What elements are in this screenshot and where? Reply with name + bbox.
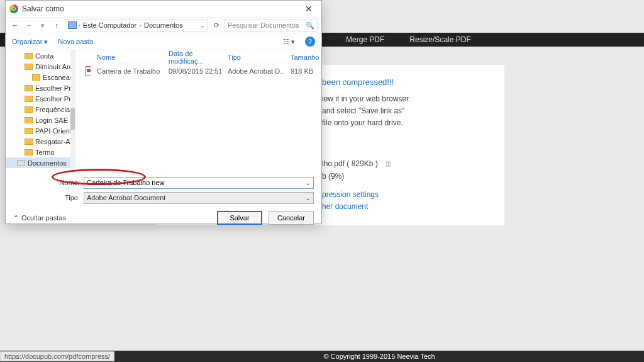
menu-resize-pdf[interactable]: Resize/Scale PDF <box>409 35 470 44</box>
file-row[interactable]: Carteira de Trabalho 09/08/2015 22:51 Ad… <box>75 64 321 78</box>
col-name[interactable]: Nome <box>91 54 162 61</box>
tree-item-label: Termo <box>35 149 55 156</box>
tree-item[interactable]: Login SAE SIC <box>6 115 75 125</box>
tree-item-label: Diminuir Arq <box>35 63 73 71</box>
tree-item[interactable]: Escolher Proj <box>6 93 75 104</box>
folder-icon <box>25 139 33 145</box>
search-icon: 🔍 <box>306 21 314 30</box>
tree-item[interactable]: Termo <box>6 147 75 157</box>
file-list-header[interactable]: Nome Data de modificaç... Tipo Tamanho <box>75 50 321 64</box>
breadcrumb-folder[interactable]: Documentos <box>143 21 184 29</box>
col-size[interactable]: Tamanho <box>284 54 316 61</box>
tree-item[interactable]: Escanear <box>6 72 75 82</box>
output-file-info: lho.pdf ( 829Kb ) <box>322 159 378 168</box>
folder-icon <box>25 128 33 134</box>
file-type: Adobe Acrobat D... <box>221 67 284 75</box>
result-title: been compressed!!! <box>322 76 489 89</box>
folder-icon <box>25 106 33 113</box>
tree-item-label: Frequência <box>35 106 70 113</box>
tree-item[interactable]: PAPI-Orienta <box>6 125 75 136</box>
folder-icon <box>25 117 33 123</box>
result-line: file onto your hard drive. <box>322 117 489 129</box>
tree-item[interactable]: Resgatar-Alte <box>6 136 75 147</box>
pdf-file-icon <box>86 66 91 76</box>
help-icon[interactable]: ? <box>305 37 315 47</box>
file-size: 918 KB <box>284 67 316 75</box>
file-list[interactable]: Nome Data de modificaç... Tipo Tamanho C… <box>75 50 321 172</box>
chevron-down-icon[interactable]: ⌄ <box>305 194 311 202</box>
folder-icon <box>25 96 33 102</box>
trash-icon[interactable]: 🗑 <box>385 159 392 168</box>
nav-up-icon[interactable]: ↑ <box>51 21 62 29</box>
chevron-right-icon: › <box>78 21 80 29</box>
tree-item-label: Escolher Proj <box>35 84 75 92</box>
tree-item[interactable]: Documentos <box>6 157 75 168</box>
folder-icon <box>32 74 40 81</box>
library-icon <box>17 160 25 166</box>
tree-item-label: Escolher Proj <box>35 95 75 103</box>
tree-scrollbar[interactable] <box>70 50 75 172</box>
result-line: and select "Save link as" <box>322 105 489 117</box>
chevron-right-icon: › <box>139 21 142 29</box>
tree-item-label: PAPI-Orienta <box>35 127 75 135</box>
computer-icon <box>68 21 77 29</box>
save-button[interactable]: Salvar <box>217 211 262 225</box>
filename-input-text[interactable] <box>87 179 311 186</box>
col-type[interactable]: Tipo <box>221 54 284 61</box>
menu-merge-pdf[interactable]: Merge PDF <box>346 35 384 44</box>
search-input[interactable]: Pesquisar Documentos 🔍 <box>225 19 318 31</box>
tree-item[interactable]: Frequência <box>6 104 75 115</box>
breadcrumb-pc[interactable]: Este Computador <box>82 21 138 29</box>
folder-tree[interactable]: ContaDiminuir ArqEscanearEscolher ProjEs… <box>6 50 75 172</box>
new-folder-button[interactable]: Nova pasta <box>58 38 93 45</box>
saving-info: b (9%) <box>322 171 489 183</box>
dialog-titlebar[interactable]: Salvar como ✕ <box>6 1 321 17</box>
save-as-dialog: Salvar como ✕ ← → ▾ ↑ › Este Computador … <box>5 0 322 224</box>
nav-recent-icon[interactable]: ▾ <box>37 21 48 30</box>
folder-icon <box>25 149 33 156</box>
hide-folders-link[interactable]: Ocultar pastas <box>21 214 66 222</box>
tree-item-label: Conta <box>35 52 53 60</box>
tree-item-label: Resgatar-Alte <box>35 138 75 145</box>
organize-button[interactable]: Organizar ▾ <box>12 38 48 46</box>
col-date[interactable]: Data de modificaç... <box>162 50 221 65</box>
copyright: © Copyright 1999-2015 Neevia Tech <box>323 353 435 360</box>
folder-icon <box>25 85 33 91</box>
status-url: https://docupub.com/pdfcompress/ <box>0 351 114 361</box>
status-bar: https://docupub.com/pdfcompress/ © Copyr… <box>0 351 644 362</box>
tree-item-label: Escanear <box>43 74 72 81</box>
nav-forward-icon[interactable]: → <box>23 21 35 29</box>
tree-item[interactable]: Conta <box>6 50 75 61</box>
file-date: 09/08/2015 22:51 <box>162 67 221 75</box>
refresh-icon[interactable]: ⟳ <box>211 21 222 30</box>
breadcrumb[interactable]: › Este Computador › Documentos ⌄ <box>65 19 208 31</box>
scrollbar-thumb[interactable] <box>70 108 75 130</box>
dialog-toolbar: Organizar ▾ Nova pasta ☷ ▾ ? <box>6 33 321 50</box>
chevron-down-icon[interactable]: ⌄ <box>199 21 205 30</box>
search-placeholder: Pesquisar Documentos <box>228 21 306 29</box>
result-line: iew it in your web browser <box>322 93 489 105</box>
file-name: Carteira de Trabalho <box>91 67 162 75</box>
folder-icon <box>25 64 33 70</box>
caret-up-icon[interactable]: ⌃ <box>13 214 19 222</box>
filetype-combo[interactable]: Adobe Acrobat Document ⌄ <box>84 192 314 204</box>
filetype-value: Adobe Acrobat Document <box>87 194 165 201</box>
filename-input[interactable]: ⌄ <box>84 177 314 189</box>
chrome-icon <box>9 4 18 13</box>
link-another-document[interactable]: her document <box>322 201 489 213</box>
tree-item[interactable]: Diminuir Arq <box>6 61 75 72</box>
nav-back-icon[interactable]: ← <box>9 21 21 29</box>
tree-item[interactable]: Escolher Proj <box>6 82 75 93</box>
filename-label: Nome: <box>13 179 84 186</box>
dialog-title: Salvar como <box>22 4 300 13</box>
chevron-down-icon[interactable]: ⌄ <box>305 179 311 187</box>
tree-item-label: Login SAE SIC <box>35 116 75 124</box>
close-button[interactable]: ✕ <box>300 3 318 15</box>
tree-item-label: Documentos <box>28 159 67 167</box>
cancel-button[interactable]: Cancelar <box>269 211 314 225</box>
folder-icon <box>25 53 33 59</box>
link-compression-settings[interactable]: pression settings <box>322 189 489 201</box>
dialog-nav-bar: ← → ▾ ↑ › Este Computador › Documentos ⌄… <box>6 17 321 33</box>
filetype-label: Tipo: <box>13 194 84 201</box>
view-options-button[interactable]: ☷ ▾ <box>283 38 295 46</box>
